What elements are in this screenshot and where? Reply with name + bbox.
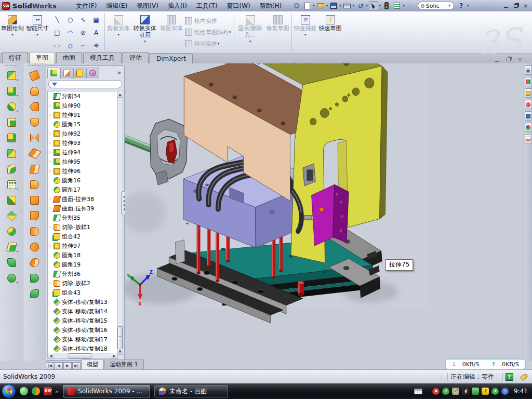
design-library-button[interactable]: [525, 77, 532, 86]
doc-restore-icon[interactable]: [504, 56, 513, 63]
volume-icon[interactable]: ◖: [462, 388, 469, 395]
tab-mold-tools[interactable]: 模具工具: [83, 52, 122, 63]
surfaces-toolbar-icon-6[interactable]: [28, 147, 41, 160]
toolbar-more-icon[interactable]: ⋯: [406, 1, 415, 10]
tree-item[interactable]: 组合43: [48, 288, 117, 297]
menu-tools[interactable]: 工具(T): [192, 1, 222, 11]
menu-file[interactable]: 文件(F): [71, 1, 101, 11]
text-tool-icon[interactable]: A: [90, 26, 102, 39]
help-icon[interactable]: ?: [457, 1, 466, 10]
restore-icon[interactable]: [511, 2, 520, 10]
scroll-down-icon[interactable]: ▼: [117, 348, 123, 354]
quick-tips-icon[interactable]: ?: [506, 373, 513, 381]
taskbar-window-paint[interactable]: 未命名 - 画图: [154, 385, 228, 397]
toolbar-grip[interactable]: [28, 65, 41, 66]
tree-item[interactable]: 分割34: [48, 91, 117, 101]
dimxpertmanager-tab[interactable]: +: [86, 68, 99, 78]
quick-launch-app-icon[interactable]: [32, 387, 40, 395]
new-document-icon[interactable]: [302, 1, 312, 10]
view-palette-button[interactable]: [525, 111, 532, 121]
minimize-icon[interactable]: [501, 2, 510, 10]
tree-item[interactable]: 实体-移动/复制15: [48, 316, 117, 325]
features-toolbar-icon-2[interactable]: ▾: [5, 84, 18, 98]
tree-item[interactable]: 拉伸90: [48, 101, 117, 110]
tab-evaluate[interactable]: 评估: [123, 52, 149, 63]
tree-item[interactable]: 实体-移动/复制17: [48, 335, 117, 344]
configurationmanager-tab[interactable]: [73, 68, 86, 78]
slot-tool-icon[interactable]: ▭: [51, 39, 63, 52]
features-toolbar-icon-7[interactable]: [5, 162, 18, 176]
tree-item[interactable]: 拉伸97: [48, 241, 117, 250]
tree-item[interactable]: 曲面-拉伸39: [48, 204, 117, 213]
input-keyboard-icon[interactable]: [414, 389, 422, 394]
tree-item[interactable]: 曲面-拉伸38: [48, 194, 117, 204]
tree-item[interactable]: 圆角18: [48, 250, 117, 260]
motion-study-tab[interactable]: 运动算例 1: [104, 360, 144, 369]
green-device-icon[interactable]: [472, 388, 479, 395]
surfaces-toolbar-icon-8[interactable]: [28, 178, 41, 191]
menu-insert[interactable]: 插入(I): [163, 1, 192, 11]
surfaces-toolbar-icon-4[interactable]: [28, 115, 41, 129]
tab-scroll-first-icon[interactable]: |◀: [46, 362, 54, 369]
scroll-left-icon[interactable]: ◀: [48, 353, 54, 358]
features-toolbar-icon-4[interactable]: [5, 115, 18, 129]
arc-tool-icon[interactable]: ◠: [64, 26, 76, 39]
gray-post[interactable]: [176, 240, 185, 264]
surfaces-toolbar-icon-15[interactable]: [28, 287, 41, 300]
scrollbar-thumb[interactable]: [69, 353, 91, 358]
surfaces-toolbar-icon-2[interactable]: [28, 84, 41, 98]
panel-chevron-icon[interactable]: »: [117, 69, 121, 76]
rapid-sketch-button[interactable]: 快速草图: [318, 13, 342, 51]
antivirus-red-shield-icon[interactable]: x: [432, 388, 440, 395]
trim-entities-button[interactable]: 剪裁实体▾: [107, 13, 130, 51]
quick-launch-messenger-icon[interactable]: [20, 387, 28, 395]
sketch-fillet-tool-icon[interactable]: ⌐: [77, 39, 89, 52]
polygon-tool-icon[interactable]: ◇: [64, 39, 76, 52]
stop-pin-red-cylinder[interactable]: [298, 281, 304, 297]
save-icon[interactable]: [329, 1, 338, 10]
point-tool-icon[interactable]: ✳: [90, 39, 102, 52]
open-icon[interactable]: [316, 1, 325, 10]
graphics-viewport[interactable]: Y Z X: [125, 63, 524, 361]
extrude75-block[interactable]: [312, 184, 349, 246]
tab-scroll-last-icon[interactable]: ▶|: [72, 362, 81, 369]
menu-edit[interactable]: 编辑(E): [101, 1, 132, 11]
tree-item[interactable]: 拉伸92: [48, 129, 117, 138]
tree-item[interactable]: 拉伸93: [48, 138, 117, 148]
tree-item[interactable]: 拉伸94: [48, 148, 117, 157]
tree-item[interactable]: 分割35: [48, 213, 117, 222]
surfaces-toolbar-icon-1[interactable]: [28, 69, 41, 82]
tree-horizontal-scrollbar[interactable]: ◀ ▶: [47, 353, 118, 359]
features-toolbar-icon-13[interactable]: [5, 256, 18, 269]
sketch-button[interactable]: 草图绘制▾: [1, 13, 24, 51]
features-toolbar-icon-3[interactable]: ▾: [5, 100, 18, 113]
taskbar-window-solidworks[interactable]: SolidWorks 2009 - ...: [63, 385, 150, 397]
green-shield-plus-icon[interactable]: +: [491, 388, 499, 395]
quick-launch-chevron-icon[interactable]: »: [55, 388, 59, 395]
scrollbar-thumb[interactable]: [117, 326, 123, 349]
features-toolbar-icon-12[interactable]: ▾: [5, 240, 18, 254]
tree-item[interactable]: 圆角19: [48, 260, 117, 269]
blue-sync-minus-icon[interactable]: −: [501, 388, 509, 395]
featuremanager-tab[interactable]: [47, 68, 60, 78]
undo-icon[interactable]: ↺: [355, 1, 365, 10]
tab-dimxpert[interactable]: DimXpert: [150, 54, 193, 63]
menu-window[interactable]: 窗口(W): [222, 1, 255, 11]
ellipse-tool-icon[interactable]: ⊘: [77, 26, 89, 39]
menu-help[interactable]: 帮助(H): [255, 1, 286, 11]
solidworks-search-button[interactable]: [525, 100, 532, 109]
features-toolbar-icon-10[interactable]: [5, 209, 18, 222]
design-checker-icon[interactable]: [392, 1, 402, 10]
tree-item[interactable]: 切除-放样2: [48, 278, 117, 288]
file-explorer-button[interactable]: [525, 88, 532, 98]
features-toolbar-icon-14[interactable]: ▾: [5, 271, 18, 285]
taskbar-clock[interactable]: 9:41: [514, 388, 528, 395]
surfaces-toolbar-icon-13[interactable]: [28, 256, 41, 269]
toolbar-grip[interactable]: [5, 65, 18, 66]
scroll-right-icon[interactable]: ▶: [111, 353, 117, 358]
features-toolbar-icon-8[interactable]: ▾: [5, 178, 18, 191]
select-cursor-icon[interactable]: [369, 1, 378, 10]
tree-item[interactable]: 拉伸96: [48, 166, 117, 176]
surfaces-toolbar-icon-5[interactable]: [28, 131, 41, 144]
repair-sketch-button[interactable]: 修复草图: [266, 13, 290, 51]
